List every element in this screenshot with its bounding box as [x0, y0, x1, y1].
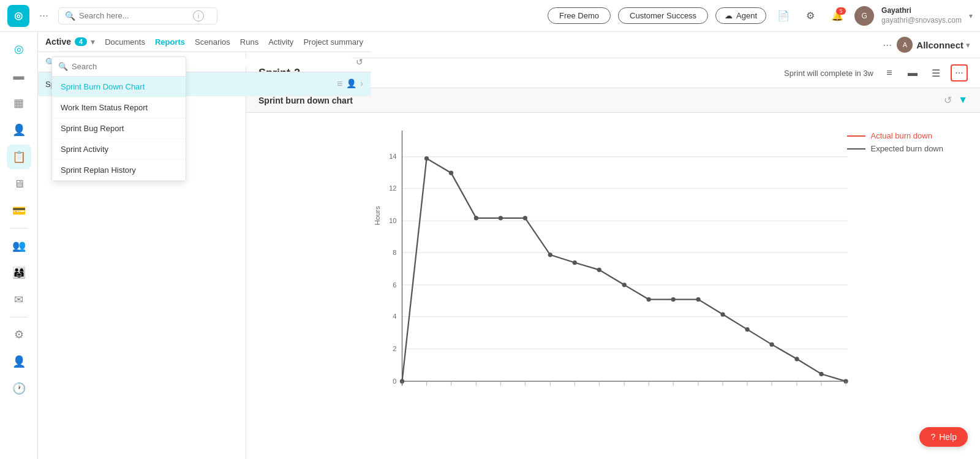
legend-expected-label: Expected burn down: [870, 144, 943, 153]
sidebar-icon-person[interactable]: 👤: [7, 118, 31, 142]
sidebar-icon-calendar[interactable]: ▦: [7, 91, 31, 115]
agent-label: Agent: [736, 11, 757, 20]
search-info-icon[interactable]: i: [193, 10, 204, 21]
dot-5: [523, 216, 527, 220]
dot-17: [819, 372, 823, 376]
sprint-grid-icon[interactable]: ☰: [927, 64, 944, 82]
agent-button[interactable]: ☁ Agent: [715, 7, 766, 24]
nav-item-documents[interactable]: Documents: [105, 37, 145, 47]
chart-filter-icon[interactable]: ▼: [958, 94, 968, 106]
y-tick-2: 2: [393, 345, 396, 352]
y-tick-0: 0: [393, 377, 396, 385]
report-item-burndown[interactable]: Sprint Burn Down Chart: [52, 77, 186, 97]
sprint-item-actions: ≡ 👤 ›: [337, 78, 363, 89]
dot-14: [745, 327, 749, 332]
nav-item-project-summary[interactable]: Project summary: [303, 37, 363, 47]
burn-down-chart-svg: Hours 0 2 4 6 8 10 12 14: [283, 125, 956, 404]
sidebar-icon-card[interactable]: 💳: [7, 199, 31, 223]
help-button[interactable]: ? Help: [919, 427, 968, 447]
free-demo-button[interactable]: Free Demo: [548, 7, 611, 24]
sidebar-icon-group[interactable]: 👥: [7, 233, 31, 258]
sprint-status: Sprint will complete in 3w: [784, 69, 873, 78]
y-tick-14: 14: [389, 153, 396, 160]
sidebar-icon-dashboard[interactable]: ◎: [7, 37, 31, 61]
user-avatar[interactable]: G: [854, 6, 874, 26]
dot-12: [696, 297, 700, 302]
dot-16: [794, 357, 799, 361]
chart-header-icons: ↺ ▼: [944, 94, 968, 106]
reports-dropdown: 🔍 Sprint Burn Down Chart Work Item Statu…: [51, 56, 186, 181]
customer-success-button[interactable]: Customer Success: [618, 7, 708, 24]
report-item-bug[interactable]: Sprint Bug Report: [52, 118, 186, 139]
user-menu-chevron[interactable]: ▾: [969, 12, 973, 20]
legend-expected-line: [847, 148, 865, 150]
sprint-list-icon[interactable]: ≡: [881, 64, 898, 82]
user-info: Gayathri gayathri@snovasys.com: [881, 6, 962, 25]
user-email: gayathri@snovasys.com: [881, 16, 962, 26]
sprint-menu-icon[interactable]: ≡: [337, 78, 342, 89]
y-axis-label: Hours: [373, 206, 382, 226]
dot-3: [474, 216, 478, 220]
sidebar-icon-user-settings[interactable]: 👤: [7, 349, 31, 374]
sprint-header-icons: ≡ ▬ ☰ ···: [881, 64, 968, 82]
y-tick-12: 12: [389, 184, 396, 192]
reports-search-icon: 🔍: [58, 62, 68, 71]
y-tick-10: 10: [389, 217, 396, 224]
y-tick-4: 4: [393, 313, 396, 320]
sprint-next-icon[interactable]: ›: [360, 78, 363, 89]
dot-9: [622, 283, 627, 287]
dot-2: [449, 171, 453, 175]
workspace-name: Allconnect: [916, 40, 963, 50]
actual-burn-line: [402, 159, 845, 382]
y-tick-8: 8: [393, 249, 396, 256]
dot-10: [647, 297, 651, 302]
document-icon-button[interactable]: 📄: [774, 6, 793, 26]
sidebar-icon-briefcase[interactable]: 📋: [7, 145, 31, 169]
nav-item-activity[interactable]: Activity: [268, 37, 293, 47]
dot-11: [671, 297, 676, 302]
report-item-status[interactable]: Work Item Status Report: [52, 97, 186, 118]
sidebar-icon-monitor[interactable]: 🖥: [7, 172, 31, 196]
sidebar-icon-settings[interactable]: ⚙: [7, 322, 31, 347]
sub-nav: Active 4 ▾ Documents Reports Scenarios R…: [38, 32, 371, 52]
search-icon: 🔍: [65, 11, 75, 21]
dot-13: [720, 312, 725, 316]
left-sidebar: ◎ ▬ ▦ 👤 📋 🖥 💳 👥 👨‍👩‍👧 ✉ ⚙ 👤 🕐: [0, 32, 38, 459]
reports-search-input[interactable]: [72, 62, 179, 71]
workspace-chevron[interactable]: ▾: [966, 40, 970, 50]
sprint-more-icon[interactable]: ···: [951, 64, 968, 82]
nav-item-runs[interactable]: Runs: [240, 37, 258, 47]
notification-badge: 5: [836, 7, 846, 15]
legend-actual-line: [847, 135, 865, 137]
header-more-icon[interactable]: ···: [37, 7, 51, 25]
nav-item-reports[interactable]: Reports: [155, 37, 185, 47]
workspace-avatar: A: [897, 37, 913, 53]
sprint-user-icon[interactable]: 👤: [346, 78, 356, 89]
chart-refresh-icon[interactable]: ↺: [944, 94, 952, 106]
sidebar-divider-2: [10, 317, 28, 317]
settings-icon-button[interactable]: ⚙: [801, 6, 820, 26]
customer-success-label: Customer Success: [630, 11, 696, 20]
sidebar-icon-team[interactable]: 👨‍👩‍👧: [7, 260, 31, 285]
active-chevron[interactable]: ▾: [91, 37, 95, 47]
refresh-icon[interactable]: ↺: [356, 57, 363, 67]
sidebar-icon-tv[interactable]: ▬: [7, 64, 31, 88]
sidebar-icon-clock[interactable]: 🕐: [7, 376, 31, 401]
legend-actual-label: Actual burn down: [870, 131, 932, 140]
global-search-input[interactable]: [79, 11, 189, 20]
legend-actual: Actual burn down: [847, 131, 943, 140]
dot-4: [499, 216, 503, 220]
app-logo[interactable]: ◎: [7, 5, 29, 27]
report-item-activity[interactable]: Sprint Activity: [52, 139, 186, 160]
sprint-view-icon[interactable]: ▬: [904, 64, 921, 82]
sidebar-icon-mail[interactable]: ✉: [7, 287, 31, 312]
notification-icon-button[interactable]: 🔔 5: [827, 6, 847, 26]
y-tick-6: 6: [393, 281, 396, 289]
report-item-replan[interactable]: Sprint Replan History: [52, 160, 186, 181]
nav-item-scenarios[interactable]: Scenarios: [195, 37, 230, 47]
active-label: Active: [45, 37, 71, 47]
agent-cloud-icon: ☁: [725, 11, 733, 20]
workspace-dots[interactable]: ···: [883, 39, 892, 51]
top-header: ◎ ··· 🔍 i Free Demo Customer Success ☁ A…: [0, 0, 980, 32]
dot-15: [769, 343, 774, 347]
